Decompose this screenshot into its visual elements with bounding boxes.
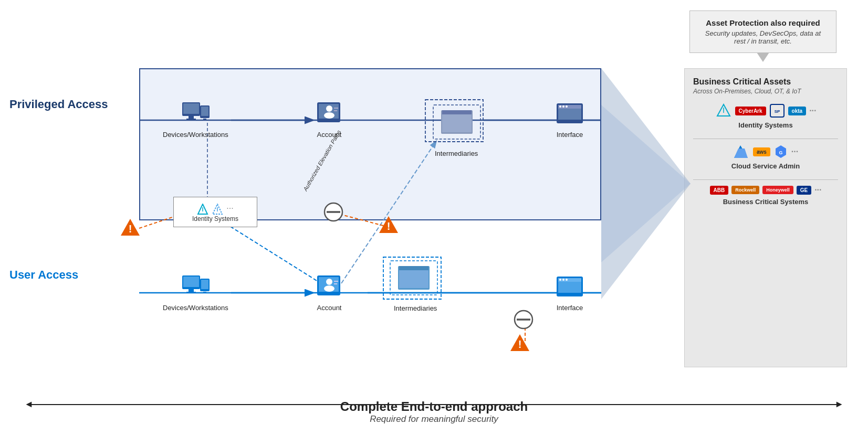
user-devices-icon (180, 273, 211, 302)
user-intermediaries-label: Intermediaries (394, 304, 437, 312)
rockwell-logo: Rockwell (731, 186, 759, 194)
bca-identity-title: Identity Systems (693, 121, 838, 129)
svg-rect-53 (334, 281, 338, 282)
bottom-label: Complete End-to-end approach Required fo… (340, 399, 528, 425)
user-devices-node: Devices/Workstations (163, 273, 228, 312)
bca-title: Business Critical Assets (693, 77, 838, 87)
svg-rect-43 (183, 277, 199, 287)
bca-cloud-title: Cloud Service Admin (693, 162, 838, 170)
no-entry-2 (323, 202, 343, 224)
identity-popup-icons: ··· (180, 204, 250, 215)
user-devices-label: Devices/Workstations (163, 304, 228, 312)
priv-devices-node: Devices/Workstations (163, 100, 228, 139)
svg-rect-30 (334, 108, 338, 109)
bottom-sub-text: Required for meaningful security (340, 414, 528, 425)
svg-text:G: G (779, 150, 782, 155)
svg-point-39 (559, 105, 561, 108)
svg-text:!: ! (387, 220, 391, 232)
user-account-label: Account (317, 304, 342, 312)
priv-interface-icon (554, 100, 585, 129)
svg-point-41 (566, 105, 568, 108)
user-intermediaries-icon (388, 258, 440, 300)
user-account-node: Account (313, 273, 345, 312)
callout-subtitle: Security updates, DevSecOps, data at res… (699, 29, 827, 45)
callout-title: Asset Protection also required (699, 18, 827, 27)
user-access-label: User Access (9, 268, 78, 283)
svg-rect-34 (442, 114, 472, 132)
bca-panel: Business Critical Assets Across On-Premi… (684, 68, 847, 367)
svg-point-51 (326, 279, 332, 285)
privileged-access-label: Privileged Access (9, 97, 108, 112)
svg-marker-16 (601, 105, 691, 262)
svg-text:!: ! (129, 223, 132, 235)
svg-point-29 (324, 112, 334, 119)
bca-cloud-section: aws G ··· Cloud Service Admin (693, 144, 838, 170)
priv-intermediaries-label: Intermediaries (435, 150, 478, 157)
warning-icon-3: ! (509, 333, 530, 354)
priv-interface-node: Interface (554, 100, 585, 139)
svg-point-63 (562, 279, 564, 281)
bca-identity-logos: CyberArk SP okta ··· (693, 103, 838, 118)
okta-logo: okta (788, 107, 807, 115)
priv-account-icon (313, 100, 345, 129)
warning-icon-2: ! (378, 215, 399, 236)
svg-rect-61 (558, 278, 581, 282)
svg-text:!: ! (518, 338, 522, 350)
diagram-container: Asset Protection also required Security … (0, 0, 868, 435)
svg-point-40 (562, 105, 564, 108)
bca-subtitle: Across On-Premises, Cloud, OT, & IoT (693, 88, 838, 95)
svg-text:SP: SP (774, 109, 780, 114)
svg-rect-35 (442, 110, 472, 114)
aws-logo: aws (753, 147, 770, 156)
svg-point-28 (326, 105, 332, 112)
priv-devices-icon (180, 100, 211, 129)
ge-logo: GE (797, 186, 811, 195)
svg-rect-45 (186, 292, 196, 293)
svg-rect-25 (203, 119, 206, 120)
svg-marker-86 (734, 148, 748, 158)
user-account-icon (313, 273, 345, 302)
svg-rect-48 (203, 292, 206, 293)
identity-popup-label: Identity Systems (180, 215, 250, 222)
honeywell-logo: Honeywell (762, 186, 793, 194)
priv-interface-label: Interface (557, 131, 583, 139)
priv-intermediaries-icon (431, 102, 483, 144)
identity-popup: ··· Identity Systems (173, 197, 257, 227)
bca-ot-section: ABB Rockwell Honeywell GE ··· Business C… (693, 185, 838, 206)
svg-rect-20 (183, 103, 199, 114)
svg-marker-15 (601, 68, 691, 299)
user-interface-label: Interface (557, 304, 583, 312)
svg-rect-22 (186, 119, 196, 120)
priv-devices-label: Devices/Workstations (163, 131, 228, 139)
bca-ot-logos: ABB Rockwell Honeywell GE ··· (693, 185, 838, 195)
bca-identity-section: CyberArk SP okta ··· Identity Systems (693, 103, 838, 129)
svg-point-52 (324, 285, 334, 292)
asset-protection-callout: Asset Protection also required Security … (689, 10, 836, 53)
no-entry-3 (514, 310, 534, 332)
bottom-main-text: Complete End-to-end approach (340, 399, 528, 414)
svg-point-64 (566, 279, 568, 281)
svg-point-62 (559, 279, 561, 281)
svg-rect-54 (334, 283, 337, 284)
bca-ot-title: Business Critical Systems (693, 198, 838, 206)
svg-rect-38 (558, 105, 581, 109)
svg-rect-57 (399, 270, 428, 288)
bca-cloud-logos: aws G ··· (693, 144, 838, 159)
svg-rect-24 (201, 107, 208, 116)
svg-rect-58 (399, 266, 428, 270)
svg-rect-31 (334, 110, 337, 111)
user-interface-node: Interface (554, 273, 585, 312)
user-interface-icon (554, 273, 585, 302)
abb-logo: ABB (710, 186, 729, 195)
cyberark-logo: CyberArk (735, 107, 766, 115)
svg-rect-47 (201, 280, 208, 289)
warning-icon-1: ! (120, 218, 141, 239)
